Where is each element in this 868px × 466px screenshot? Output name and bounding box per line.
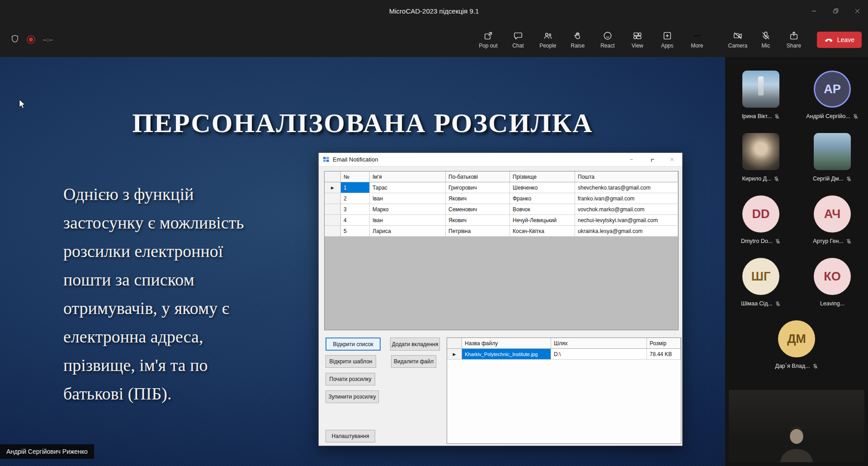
table-cell[interactable]: 4 bbox=[341, 215, 370, 226]
table-cell[interactable]: Іван bbox=[370, 193, 446, 204]
minimize-button[interactable] bbox=[803, 0, 825, 22]
table-cell[interactable]: Вовчок bbox=[510, 204, 575, 215]
participant-name: Dmytro Do... bbox=[741, 238, 773, 244]
row-selector[interactable] bbox=[325, 193, 341, 204]
close-icon bbox=[854, 8, 861, 14]
table-cell[interactable]: 5 bbox=[341, 226, 370, 237]
participant-photo bbox=[814, 133, 851, 170]
react-button[interactable]: React bbox=[593, 31, 623, 49]
apps-button[interactable]: Apps bbox=[652, 31, 682, 49]
app-close-button[interactable] bbox=[662, 153, 682, 166]
minimize-icon bbox=[811, 8, 817, 14]
table-cell[interactable]: Нечуй-Левицький bbox=[510, 215, 575, 226]
table-cell[interactable]: Косач-Квітка bbox=[510, 226, 575, 237]
mic-off-icon bbox=[853, 114, 859, 119]
table-cell[interactable]: Якович bbox=[446, 193, 510, 204]
table-cell[interactable]: vovchok.marko@gmail.com bbox=[575, 204, 678, 215]
open-template-button[interactable]: Відкрити шаблон bbox=[326, 355, 376, 368]
table-cell[interactable]: Шевченко bbox=[510, 182, 575, 193]
participant-tile[interactable]: ШГ Шімаа Сід... bbox=[725, 258, 797, 320]
open-list-button[interactable]: Відкрити список bbox=[326, 338, 381, 351]
row-selector[interactable]: ▶ bbox=[325, 182, 341, 193]
recording-indicator-icon bbox=[27, 35, 35, 44]
table-cell[interactable]: Семенович bbox=[446, 204, 510, 215]
column-header[interactable]: Шлях bbox=[551, 338, 647, 349]
table-cell[interactable]: 1 bbox=[341, 182, 370, 193]
delete-file-button[interactable]: Видалити файл bbox=[391, 355, 436, 368]
column-header[interactable]: № bbox=[341, 171, 370, 182]
table-cell[interactable]: 3 bbox=[341, 204, 370, 215]
table-cell[interactable]: Марко bbox=[370, 204, 446, 215]
leave-button[interactable]: Leave bbox=[817, 32, 862, 48]
table-cell[interactable]: 2 bbox=[341, 193, 370, 204]
table-cell[interactable]: franko.ivan@gmail.com bbox=[575, 193, 678, 204]
participant-tile[interactable]: АЧ Артур Ген... bbox=[797, 195, 868, 258]
raise-hand-button[interactable]: Raise bbox=[563, 31, 593, 49]
participant-tile[interactable]: DD Dmytro Do... bbox=[725, 195, 797, 258]
row-selector[interactable] bbox=[325, 204, 341, 215]
apps-label: Apps bbox=[661, 43, 673, 49]
pop-out-icon bbox=[483, 31, 493, 41]
column-header[interactable]: Назва файлу bbox=[462, 338, 551, 349]
table-cell[interactable]: Тарас bbox=[370, 182, 446, 193]
participant-name: Кирило Д... bbox=[742, 176, 772, 182]
table-cell[interactable]: Якович bbox=[446, 215, 510, 226]
participant-tile[interactable]: ДМ Дар`я Влад... bbox=[725, 320, 868, 383]
column-header[interactable]: Прізвище bbox=[510, 171, 575, 182]
participant-avatar: DD bbox=[742, 195, 779, 233]
stop-mailing-button[interactable]: Зупинити розсилку bbox=[326, 390, 379, 403]
row-selector[interactable] bbox=[325, 215, 341, 226]
chat-label: Chat bbox=[512, 43, 524, 49]
table-cell[interactable]: nechui-levytskyi.ivan@gmail.com bbox=[575, 215, 678, 226]
presenter-name-overlay: Андрій Сергійович Риженко bbox=[0, 444, 94, 459]
table-cell[interactable]: Іван bbox=[370, 215, 446, 226]
close-button[interactable] bbox=[846, 0, 868, 22]
view-button[interactable]: View bbox=[623, 31, 652, 49]
mouse-cursor-icon bbox=[19, 99, 26, 111]
mic-off-icon bbox=[761, 31, 771, 41]
self-video-tile[interactable] bbox=[729, 390, 864, 462]
table-cell[interactable]: Франко bbox=[510, 193, 575, 204]
attachments-table[interactable]: Назва файлу Шлях Розмір ▶ Kharkiv_Polyte… bbox=[447, 338, 681, 444]
participant-tile[interactable]: Сергій Дм... bbox=[797, 133, 868, 195]
table-cell[interactable]: Петрівна bbox=[446, 226, 510, 237]
more-button[interactable]: More bbox=[682, 31, 712, 49]
pop-out-button[interactable]: Pop out bbox=[473, 31, 503, 49]
camera-button[interactable]: Camera bbox=[724, 31, 752, 49]
app-minimize-button[interactable] bbox=[621, 153, 642, 166]
participant-avatar: КО bbox=[814, 258, 851, 295]
participant-tile[interactable]: АР Андрій Сергійо... bbox=[797, 71, 868, 133]
table-cell[interactable]: shevchenko.taras@gmail.com bbox=[575, 182, 678, 193]
column-header[interactable]: Розмір bbox=[647, 338, 681, 349]
row-selector[interactable]: ▶ bbox=[447, 349, 462, 360]
restore-button[interactable] bbox=[825, 0, 846, 22]
chat-button[interactable]: Chat bbox=[503, 31, 533, 49]
table-cell[interactable]: Лариса bbox=[370, 226, 446, 237]
row-selector[interactable] bbox=[325, 226, 341, 237]
column-header[interactable]: Ім'я bbox=[370, 171, 446, 182]
mic-button[interactable]: Mic bbox=[752, 31, 780, 49]
column-header[interactable]: По-батькові bbox=[446, 171, 510, 182]
share-button[interactable]: Share bbox=[780, 31, 808, 49]
react-icon bbox=[603, 31, 613, 41]
table-cell[interactable]: 78.44 KB bbox=[647, 349, 681, 360]
app-maximize-button[interactable] bbox=[642, 153, 662, 166]
add-attachment-button[interactable]: Додати вкладення bbox=[390, 338, 440, 351]
view-label: View bbox=[632, 43, 643, 49]
people-button[interactable]: People bbox=[533, 31, 563, 49]
table-cell[interactable]: Kharkiv_Polytechnic_Institute.jpg bbox=[462, 349, 551, 360]
participant-tile[interactable]: Кирило Д... bbox=[725, 133, 797, 195]
slide-body-line: отримувачів, у якому є bbox=[63, 294, 244, 323]
recipients-table-grid: № Ім'я По-батькові Прізвище Пошта ▶ 1 Та… bbox=[325, 171, 678, 237]
table-cell[interactable]: ukrainka.lesya@gmail.com bbox=[575, 226, 678, 237]
start-mailing-button[interactable]: Почати розсилку bbox=[326, 373, 375, 385]
participant-name: Артур Ген... bbox=[813, 238, 844, 244]
camera-label: Camera bbox=[728, 43, 748, 49]
column-header[interactable]: Пошта bbox=[575, 171, 678, 182]
recipients-table[interactable]: № Ім'я По-батькові Прізвище Пошта ▶ 1 Та… bbox=[324, 171, 679, 330]
settings-button[interactable]: Налаштування bbox=[326, 430, 375, 442]
participant-tile[interactable]: Ірина Вікт... bbox=[725, 71, 797, 133]
table-cell[interactable]: Григорович bbox=[446, 182, 510, 193]
participant-tile[interactable]: КО Leaving... bbox=[797, 258, 868, 320]
table-cell[interactable]: D:\ bbox=[551, 349, 647, 360]
